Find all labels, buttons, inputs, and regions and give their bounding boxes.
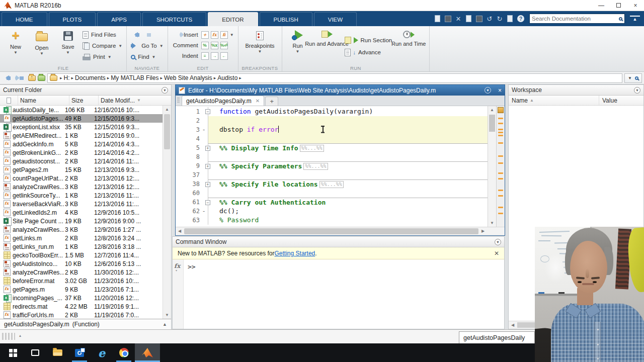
file-row[interactable]: analyzeCrawlRes...3 KB12/9/2016 1:27 ... bbox=[0, 225, 163, 234]
code-text[interactable] bbox=[208, 170, 488, 179]
code-text[interactable]: +%% Specify File locations%%...%% bbox=[208, 179, 488, 189]
code-text[interactable]: % Password bbox=[208, 216, 488, 225]
insert-dropdown-arrow[interactable]: ▼ bbox=[230, 33, 234, 37]
code-line-62[interactable]: 62-dc(); bbox=[176, 207, 488, 216]
column-icon[interactable] bbox=[0, 96, 18, 105]
file-row[interactable]: redirects.mat4.22 MB11/19/2016 9:1... bbox=[0, 302, 163, 311]
workspace-column-name[interactable]: Name▲ bbox=[509, 96, 599, 105]
banner-close-icon[interactable]: ✕ bbox=[494, 250, 499, 257]
search-documentation-box[interactable] bbox=[529, 14, 625, 24]
code-text[interactable] bbox=[208, 189, 488, 198]
code-text[interactable]: dbstop if error bbox=[208, 125, 488, 134]
analyzer-warning-marker[interactable] bbox=[498, 132, 503, 133]
breakpoints-dropdown-arrow[interactable]: ▼ bbox=[258, 49, 262, 54]
code-text[interactable]: dc(); bbox=[208, 207, 488, 216]
breakpoints-button[interactable]: Breakpoints▼ bbox=[243, 28, 278, 64]
copy-icon[interactable] bbox=[466, 15, 471, 22]
advance-button[interactable]: ↓Advance bbox=[345, 47, 392, 57]
expand-fold-icon[interactable]: + bbox=[205, 182, 210, 187]
editor-file-tab[interactable]: getAudistoPagesDaily.m ✕ bbox=[182, 96, 264, 106]
editor-menu-icon[interactable]: ▼ bbox=[485, 87, 491, 94]
analyzer-warning-marker[interactable] bbox=[498, 123, 503, 124]
expand-fold-icon[interactable]: + bbox=[205, 164, 210, 169]
code-line-8[interactable]: 8 bbox=[176, 152, 488, 161]
ribbon-tab-editor[interactable]: EDITOR bbox=[208, 12, 258, 26]
file-row[interactable]: exceptionList.xlsx35 KB12/15/2016 9:3... bbox=[0, 123, 163, 131]
redo-icon[interactable]: ↻ bbox=[496, 15, 504, 23]
file-row[interactable]: getAudistoPages...49 KB12/15/2016 9:3... bbox=[0, 114, 163, 123]
save-dropdown-arrow[interactable]: ▼ bbox=[66, 50, 70, 55]
code-line-9[interactable]: 9+%% Specify Parameters%%...%% bbox=[176, 161, 488, 170]
back-icon[interactable] bbox=[131, 31, 142, 39]
breadcrumb-item[interactable]: Documents bbox=[75, 74, 106, 81]
paste-icon[interactable] bbox=[476, 16, 482, 22]
code-line-61[interactable]: 61−%% Carry out Authentication bbox=[176, 198, 488, 207]
new-script-icon[interactable] bbox=[435, 15, 440, 22]
ribbon-tab-view[interactable]: VIEW bbox=[314, 12, 357, 26]
file-row[interactable]: getlinkSourceTy...1 KB12/13/2016 11:... bbox=[0, 191, 163, 200]
code-text[interactable] bbox=[208, 116, 488, 125]
taskbar-start-button[interactable] bbox=[2, 343, 24, 362]
maximize-button[interactable] bbox=[610, 0, 627, 11]
new-dropdown-arrow[interactable]: ▼ bbox=[14, 50, 18, 55]
expand-fold-icon[interactable]: + bbox=[205, 146, 210, 151]
collapse-fold-icon[interactable]: − bbox=[205, 200, 210, 205]
collapse-fold-icon[interactable]: − bbox=[205, 109, 210, 114]
tab-bar-grip[interactable] bbox=[177, 98, 180, 104]
code-line-60[interactable]: 60 bbox=[176, 189, 488, 198]
file-row[interactable]: analyzeCrawlRes...3 KB12/13/2016 12:... bbox=[0, 183, 163, 191]
ribbon-tab-plots[interactable]: PLOTS bbox=[49, 12, 96, 26]
breadcrumb-item[interactable]: Audisto bbox=[217, 74, 237, 81]
code-text[interactable]: +%% Display Time Info%%...%% bbox=[208, 143, 488, 152]
insert-fi-icon[interactable]: fi bbox=[220, 31, 228, 39]
getting-started-link[interactable]: Getting Started bbox=[275, 250, 315, 257]
file-row[interactable]: getPages2.m15 KB12/13/2016 9:3... bbox=[0, 165, 163, 174]
taskbar-chrome-button[interactable] bbox=[113, 343, 135, 362]
scroll-right-icon[interactable]: ▶ bbox=[479, 227, 487, 235]
code-text[interactable]: −function getAudistoPagesDaily(varargin) bbox=[208, 107, 488, 116]
new-tab-button[interactable]: + bbox=[265, 97, 278, 106]
file-row[interactable]: Site Page Count ...19 KB12/9/2016 9:00 .… bbox=[0, 217, 163, 225]
save-icon[interactable] bbox=[445, 16, 451, 22]
analyzer-warning-marker[interactable] bbox=[498, 142, 503, 144]
uncomment-icon[interactable]: %x bbox=[211, 42, 218, 49]
code-line-5[interactable]: 5+%% Display Time Info%%...%% bbox=[176, 143, 488, 152]
analyzer-warning-marker[interactable] bbox=[498, 135, 503, 136]
compare-button[interactable]: Compare▼ bbox=[83, 41, 122, 50]
run-and-time-button[interactable]: Run and Time bbox=[395, 28, 422, 64]
collapsed-section-badge[interactable]: %%...%% bbox=[319, 181, 344, 188]
collapsed-section-badge[interactable]: %%...%% bbox=[300, 145, 324, 152]
file-row[interactable]: trafficForUrls.m2 KB11/19/2016 7:0... bbox=[0, 311, 163, 319]
taskbar-internet-explorer-button[interactable]: e bbox=[91, 343, 113, 362]
scrollbar-thumb[interactable] bbox=[184, 228, 478, 234]
code-line-1[interactable]: 1−function getAudistoPagesDaily(varargin… bbox=[176, 107, 488, 116]
address-back-icon[interactable] bbox=[2, 74, 13, 82]
file-row[interactable]: geckoToolBoxErr...1.5 MB12/7/2016 11:4..… bbox=[0, 251, 163, 259]
analyzer-warning-marker[interactable] bbox=[498, 190, 503, 191]
insert-function-icon[interactable]: fx bbox=[211, 31, 218, 39]
collapse-ribbon-button[interactable]: ▲ bbox=[630, 16, 640, 22]
file-list-scrollbar[interactable]: ▲ ▼ bbox=[163, 106, 171, 319]
open-dropdown-arrow[interactable]: ▼ bbox=[40, 51, 44, 56]
breadcrumb[interactable]: ▸H:▸Documents▸My MATLAB Files▸Web Site A… bbox=[47, 73, 622, 83]
new-button[interactable]: + New▼ bbox=[4, 28, 27, 64]
analyzer-warning-marker[interactable] bbox=[498, 129, 503, 130]
file-row[interactable]: audistoDaily_te...106 KB12/16/2016 10:..… bbox=[0, 106, 163, 114]
undo-icon[interactable]: ↺ bbox=[486, 15, 494, 23]
smart-indent-icon[interactable]: ≡ bbox=[201, 52, 209, 60]
scroll-up-icon[interactable]: ▲ bbox=[163, 106, 171, 113]
file-row[interactable]: countPageUrlPat...2 KB12/13/2016 12:... bbox=[0, 174, 163, 183]
ribbon-tab-shortcuts[interactable]: SHORTCUTS bbox=[142, 12, 206, 26]
code-line-3[interactable]: 3-dbstop if error bbox=[176, 125, 488, 134]
code-line-63[interactable]: 63% Password bbox=[176, 216, 488, 225]
file-row[interactable]: beforeError.mat3.02 GB11/23/2016 10:... bbox=[0, 277, 163, 285]
code-editor-area[interactable]: 1−function getAudistoPagesDaily(varargin… bbox=[176, 106, 505, 227]
find-button[interactable]: Find▼ bbox=[131, 52, 163, 61]
analyzer-warning-marker[interactable] bbox=[498, 207, 503, 208]
scroll-left-icon[interactable]: ◀ bbox=[509, 321, 517, 329]
scrollbar-thumb[interactable] bbox=[489, 115, 495, 132]
analyzer-warning-marker[interactable] bbox=[498, 172, 503, 174]
code-analyzer-indicator-bar[interactable] bbox=[496, 106, 505, 227]
column-size[interactable]: Size bbox=[69, 96, 99, 105]
file-row[interactable]: getBrokenLinkG...2 KB12/14/2016 4:2... bbox=[0, 148, 163, 157]
